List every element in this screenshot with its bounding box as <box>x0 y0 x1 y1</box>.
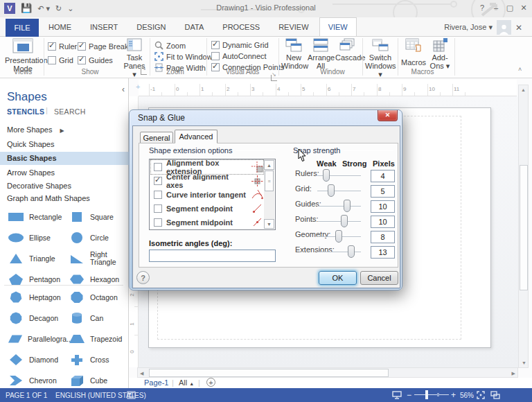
stencil-shape[interactable]: Can <box>64 308 125 329</box>
tab-stencils[interactable]: STENCILS <box>7 107 44 116</box>
tab-view[interactable]: VIEW <box>319 17 357 36</box>
tab-review[interactable]: REVIEW <box>270 18 317 36</box>
geometry-slider-thumb[interactable] <box>335 230 342 243</box>
checkbox-icon[interactable] <box>154 163 162 171</box>
tab-process[interactable]: PROCESS <box>214 18 268 36</box>
listbox-scroll-thumb[interactable]: ≡ <box>265 171 274 191</box>
collapse-ribbon-icon[interactable]: ˄ <box>518 66 522 73</box>
minimize-button[interactable]: – <box>489 2 503 14</box>
checkbox-icon[interactable] <box>154 177 162 185</box>
tab-file[interactable]: FILE <box>6 19 39 37</box>
macro-record-icon[interactable] <box>127 391 136 399</box>
zoom-slider-track[interactable] <box>414 394 449 395</box>
stencil-shape[interactable]: Trapezoid <box>64 329 125 349</box>
fit-page-status-icon[interactable] <box>477 391 485 399</box>
sidebar-item-basic-shapes[interactable]: Basic Shapes <box>0 152 129 165</box>
horizontal-scroll-thumb[interactable] <box>149 369 389 377</box>
tab-data[interactable]: DATA <box>177 18 213 36</box>
close-document-icon[interactable]: ✕ <box>515 23 522 33</box>
switch-windows-button[interactable]: SwitchWindows ▾ <box>365 38 396 78</box>
dialog-tab-advanced[interactable]: Advanced <box>175 130 218 143</box>
dialog-help-button[interactable]: ? <box>136 271 150 284</box>
stencil-shape[interactable]: Right Triangle <box>64 248 125 269</box>
listbox-scrollbar[interactable]: ▲ ≡ ▼ <box>264 160 274 229</box>
option-segment-midpoint[interactable]: Segment midpoint <box>151 216 263 229</box>
sidebar-item-arrow-shapes[interactable]: Arrow Shapes <box>0 166 129 180</box>
horizontal-scrollbar[interactable]: ◀ ▶ <box>137 367 518 378</box>
arrange-all-button[interactable]: ArrangeAll <box>308 38 334 70</box>
scroll-down-icon[interactable]: ▼ <box>519 360 529 365</box>
user-name[interactable]: Rivera, Jose ▾ <box>444 23 493 32</box>
stencil-shape[interactable]: Rectangle <box>3 207 64 227</box>
visual-aids-dialog-launcher[interactable] <box>271 75 277 81</box>
ok-button[interactable]: OK <box>319 271 357 285</box>
close-button[interactable]: ✕ <box>517 2 531 14</box>
stencil-shape[interactable]: Chevron <box>3 370 64 391</box>
grid-slider-thumb[interactable] <box>328 184 335 197</box>
page-tab-page1[interactable]: Page-1 <box>144 378 168 387</box>
stencil-shape[interactable]: Triangle <box>3 248 64 269</box>
sidebar-item-more-shapes[interactable]: More Shapes ▶ <box>0 123 129 137</box>
scroll-down-icon[interactable]: ▼ <box>264 219 274 229</box>
sidebar-item-quick-shapes[interactable]: Quick Shapes <box>0 138 129 151</box>
stencil-shape[interactable]: Ellipse <box>3 227 64 248</box>
tab-home[interactable]: HOME <box>40 18 80 36</box>
stencil-shape[interactable]: Decagon <box>3 308 64 329</box>
stencil-shape[interactable]: Cube <box>64 370 125 391</box>
macros-button[interactable]: Macros <box>400 38 427 67</box>
dialog-tab-general[interactable]: General <box>140 132 173 143</box>
checkbox-icon[interactable] <box>154 218 162 227</box>
vertical-scrollbar[interactable]: ▲ ▼ <box>518 85 529 368</box>
shape-extension-listbox[interactable]: Alignment box extension Center alignment… <box>149 159 276 230</box>
switch-windows-status-icon[interactable] <box>490 391 500 399</box>
stencil-shape[interactable]: Octagon <box>64 287 125 308</box>
zoom-command[interactable]: Zoom <box>154 40 186 51</box>
tab-design[interactable]: DESIGN <box>128 18 174 36</box>
new-window-button[interactable]: NewWindow <box>281 38 306 70</box>
show-dialog-launcher[interactable] <box>141 69 147 75</box>
presentation-mode-status-icon[interactable] <box>392 391 402 399</box>
guides-checkbox[interactable]: Guides <box>78 55 113 65</box>
extensions-value[interactable]: 13 <box>371 246 395 259</box>
stencil-shape[interactable]: Square <box>64 207 125 227</box>
tab-insert[interactable]: INSERT <box>82 18 126 36</box>
add-page-button[interactable]: + <box>206 378 215 387</box>
grid-checkbox[interactable]: Grid <box>48 55 73 65</box>
guides-slider-thumb[interactable] <box>344 200 351 212</box>
scroll-left-icon[interactable]: ◀ <box>140 371 143 376</box>
rulers-value[interactable]: 4 <box>371 170 395 182</box>
stencil-shape[interactable]: Parallelogra... <box>3 329 64 349</box>
option-center-alignment-axes[interactable]: Center alignment axes <box>151 174 263 188</box>
points-slider-thumb[interactable] <box>341 215 348 227</box>
stencil-shape[interactable]: Heptagon <box>3 287 64 308</box>
isometric-angles-input[interactable] <box>149 250 276 262</box>
points-value[interactable]: 10 <box>371 216 395 228</box>
add-ons-button[interactable]: Add-Ons ▾ <box>428 38 452 70</box>
stencil-shape[interactable]: Cross <box>64 349 125 370</box>
dynamic-grid-checkbox[interactable]: Dynamic Grid <box>211 40 269 50</box>
autoconnect-checkbox[interactable]: AutoConnect <box>211 51 267 61</box>
stencil-shape[interactable]: Diamond <box>3 349 64 370</box>
grid-value[interactable]: 5 <box>371 185 395 198</box>
checkbox-icon[interactable] <box>154 204 162 213</box>
zoom-out-icon[interactable]: − <box>407 390 411 400</box>
cascade-button[interactable]: Cascade <box>335 38 360 62</box>
all-pages-dropdown[interactable]: All ▲ <box>179 378 194 387</box>
zoom-in-icon[interactable]: + <box>451 390 456 400</box>
option-segment-endpoint[interactable]: Segment endpoint <box>151 202 263 216</box>
status-page-indicator[interactable]: PAGE 1 OF 1 <box>6 392 47 399</box>
ruler-checkbox[interactable]: Ruler <box>48 42 77 51</box>
fit-to-window-command[interactable]: Fit to Window <box>154 51 213 62</box>
scroll-right-icon[interactable]: ▶ <box>512 371 515 376</box>
guides-slider[interactable] <box>317 206 361 207</box>
tab-search[interactable]: SEARCH <box>54 107 86 116</box>
points-slider[interactable] <box>317 221 361 222</box>
cancel-button[interactable]: Cancel <box>360 271 398 285</box>
avatar[interactable] <box>497 20 511 35</box>
rulers-slider-thumb[interactable] <box>323 169 330 182</box>
option-alignment-box-extension[interactable]: Alignment box extension <box>151 160 263 174</box>
scroll-up-icon[interactable]: ▲ <box>264 160 274 170</box>
sidebar-item-graph-math-shapes[interactable]: Graph and Math Shapes <box>0 192 129 205</box>
extensions-slider-thumb[interactable] <box>348 245 355 258</box>
zoom-percent[interactable]: 56% <box>460 392 474 399</box>
